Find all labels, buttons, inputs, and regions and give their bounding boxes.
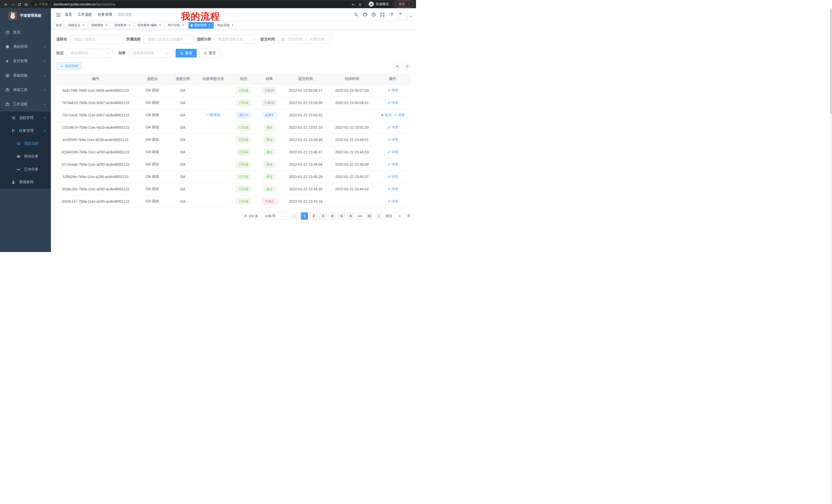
tab-流程表单[interactable]: 流程表单× [112,22,134,29]
category-select[interactable]: 请选择流程分类 [214,35,258,44]
sidebar-item-home[interactable]: 首页 [0,25,51,39]
tab-流程定义[interactable]: 流程定义× [66,22,87,29]
browser-toolbar: 不安全 dashboard.yudao.iocoder.cn/bpm/task/… [0,0,416,8]
font-size-button[interactable]: TT [387,10,395,19]
tab-我的流程[interactable]: 我的流程× [188,22,214,29]
tab-发起流程[interactable]: 发起流程× [215,22,237,29]
show-search-button[interactable] [394,62,401,69]
tab-close-icon[interactable]: × [181,24,185,27]
sidebar-item-task-management[interactable]: 任务管理 [0,124,51,137]
page-button-2[interactable]: 2 [310,213,317,220]
page-ellipsis[interactable]: ••• [356,213,364,220]
detail-link[interactable]: 详情 [387,162,398,167]
sidebar-item-payment[interactable]: ¥ 支付管理 [0,54,51,68]
process-def-input[interactable] [144,35,194,44]
detail-link[interactable]: 详情 [387,125,398,130]
sidebar-item-infra[interactable]: 基础设施 [0,68,51,83]
browser-update-button[interactable]: 更新 [395,1,413,7]
breadcrumb-item[interactable]: 工作流程 [78,12,92,17]
tab-用户分组[interactable]: 用户分组× [165,22,187,29]
app-logo[interactable]: 芋道管理系统 [0,8,51,23]
browser-menu-icon[interactable] [407,2,411,6]
breadcrumb-item[interactable]: 首页 [65,12,72,17]
sidebar-item-done-tasks[interactable]: 已办任务 [0,163,51,176]
create-process-button[interactable]: 发起流程 [56,62,82,70]
security-indicator[interactable]: 不安全 [34,2,48,6]
detail-link[interactable]: 详情 [387,187,398,191]
tab-close-icon[interactable]: × [231,24,234,27]
table-row: 331bc281-7b9a-11ec-a290-acde48001122OA 请… [56,183,411,195]
process-name-input[interactable] [70,35,124,44]
cell-process-name: OA 请假 [135,121,170,134]
reset-button[interactable]: 重置 [199,49,220,58]
breadcrumb-item[interactable]: 任务管理 [98,12,112,17]
tab-流程表单-编辑[interactable]: 流程表单-编辑× [135,22,164,29]
task-link[interactable]: 一级审批 [206,113,220,117]
tab-close-icon[interactable]: × [105,24,108,27]
header-search-button[interactable] [352,10,361,19]
sidebar-item-leave-query[interactable]: 请假查询 [0,176,51,189]
page-button-3[interactable]: 3 [319,213,327,220]
status-select[interactable]: 请选择状态 [67,49,112,58]
password-key-icon[interactable] [352,2,355,6]
status-badge: 已完成 [236,136,251,143]
detail-link[interactable]: 详情 [387,150,398,155]
page-button-11[interactable]: 11 [366,213,373,220]
page-button-5[interactable]: 5 [338,213,345,220]
sidebar-item-todo-tasks[interactable]: 待办任务 [0,150,51,163]
sidebar-item-devtools[interactable]: 研发工具 [0,83,51,97]
browser-home-button[interactable] [23,1,29,7]
tab-label: 流程模型 [91,23,103,27]
sidebar-item-process-management[interactable]: 流程管理 [0,111,51,124]
cell-status: 已完成 [231,84,257,96]
detail-link[interactable]: 详情 [387,88,398,93]
github-link[interactable] [361,10,369,19]
page-button-1[interactable]: 1 [301,213,308,220]
cell-category: OA [170,146,196,158]
tab-close-icon[interactable]: × [81,24,85,27]
column-header: 状态 [231,74,257,84]
sidebar-item-my-process[interactable]: 我的流程 [0,137,51,150]
sidebar-toggle-button[interactable] [54,11,62,19]
address-bar[interactable]: 不安全 dashboard.yudao.iocoder.cn/bpm/task/… [31,1,365,7]
browser-back-button[interactable] [3,1,9,7]
result-select[interactable]: 请选择流结果 [129,49,172,58]
cell-process-name: OA 请假 [135,96,170,109]
prev-page-button[interactable] [291,213,299,220]
tab-close-icon[interactable]: × [208,24,211,27]
sidebar-item-workflow[interactable]: 工作流程 [0,97,51,111]
detail-link[interactable]: 详情 [387,101,398,105]
detail-link[interactable]: 详情 [387,199,398,204]
tab-首页[interactable]: 首页 [53,22,64,29]
tab-流程模型[interactable]: 流程模型× [89,22,110,29]
avatar[interactable] [398,10,408,20]
page-size-select[interactable]: 10条/页 [262,213,288,220]
sidebar-item-system[interactable]: 系统管理 [0,39,51,54]
page-button-4[interactable]: 4 [329,213,336,220]
cancel-link[interactable]: 取消 [381,113,391,117]
detail-link[interactable]: 详情 [387,137,398,142]
tab-close-icon[interactable]: × [158,24,162,27]
page-button-6[interactable]: 6 [347,213,354,220]
tab-close-icon[interactable]: × [128,24,131,27]
refresh-icon [204,51,207,55]
next-page-button[interactable] [375,213,382,220]
fullscreen-button[interactable] [378,10,387,19]
status-badge: 已完成 [236,198,251,205]
avatar-dropdown[interactable] [410,15,412,18]
browser-forward-button[interactable] [9,1,16,7]
refresh-table-button[interactable] [404,62,411,69]
browser-reload-button[interactable] [16,1,23,7]
process-table: 编号流程名流程分类当前审批任务状态结果提交时间结束时间操作 3ad174fb-7… [56,74,411,208]
status-badge: 已完成 [236,173,251,180]
filter-row-1: 流程名 所属流程 流程分类 请选择流程分类 提交时间 [56,35,411,44]
detail-link[interactable]: 详情 [387,174,398,179]
goto-page-input[interactable] [394,213,406,220]
bookmark-star-icon[interactable] [358,2,362,6]
table-row: 52ffd28e-7b9a-11ec-a290-acde48001122OA 请… [56,171,411,183]
detail-link[interactable]: 详情 [394,113,405,117]
help-button[interactable] [369,10,378,19]
search-button[interactable]: 搜索 [176,49,197,58]
omnibox-divider [51,2,51,6]
submit-time-range-picker[interactable]: 开始日期 - 结束日期 [278,35,331,44]
